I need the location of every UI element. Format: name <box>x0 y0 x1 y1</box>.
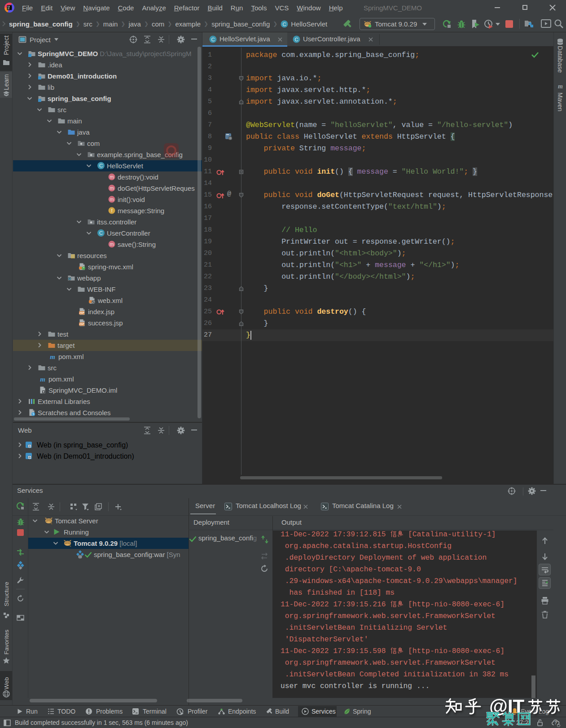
svg-text:m: m <box>558 83 563 89</box>
svg-text:C: C <box>99 230 103 236</box>
svg-text:IJ: IJ <box>8 5 10 8</box>
svg-text:JSP: JSP <box>79 323 84 325</box>
svg-text:m: m <box>110 241 114 247</box>
svg-text:m: m <box>110 185 114 191</box>
svg-text:m: m <box>40 376 45 383</box>
svg-text:C: C <box>99 163 103 168</box>
svg-text:JSP: JSP <box>79 311 84 314</box>
svg-text:m: m <box>50 353 55 360</box>
svg-text:C: C <box>283 21 286 26</box>
svg-text:C: C <box>295 37 298 42</box>
svg-text:m: m <box>110 174 114 180</box>
svg-text:m: m <box>110 197 114 202</box>
svg-text:C: C <box>211 37 215 42</box>
svg-text:?: ? <box>554 720 557 725</box>
